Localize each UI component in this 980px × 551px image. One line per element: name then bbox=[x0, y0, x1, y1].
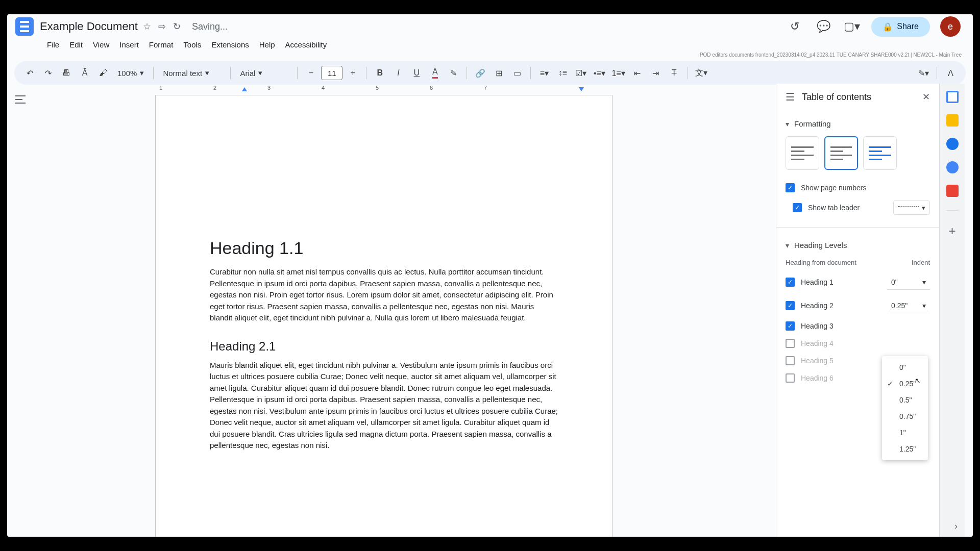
tab-leader-style-select[interactable]: ▾ bbox=[893, 201, 930, 215]
indent-select[interactable]: 0"▾ bbox=[887, 274, 930, 290]
indent-option[interactable]: 0" bbox=[882, 359, 928, 375]
body-paragraph[interactable]: Curabitur non nulla sit amet nisl tempus… bbox=[210, 266, 558, 324]
comments-icon[interactable]: 💬 bbox=[814, 17, 832, 36]
lock-icon: 🔒 bbox=[883, 22, 893, 32]
bulleted-list-icon[interactable]: •≡▾ bbox=[591, 65, 607, 81]
toc-style-plain[interactable] bbox=[786, 136, 819, 170]
decrease-indent-icon[interactable]: ⇤ bbox=[629, 65, 646, 81]
link-icon[interactable]: 🔗 bbox=[472, 65, 488, 81]
body-paragraph[interactable]: Mauris blandit aliquet elit, eget tincid… bbox=[210, 360, 558, 452]
path-line: POD editors documents frontend_20230314 … bbox=[7, 52, 973, 59]
svg-rect-0 bbox=[15, 95, 26, 96]
doc-title[interactable]: Example Document bbox=[40, 20, 138, 33]
menu-extensions[interactable]: Extensions bbox=[207, 38, 253, 51]
indent-dropdown-menu: 0"0.25"0.5"0.75"1"1.25" bbox=[882, 356, 928, 460]
font-select[interactable]: Arial▾ bbox=[236, 65, 292, 81]
indent-option[interactable]: 0.5" bbox=[882, 392, 928, 408]
editing-mode-icon[interactable]: ✎▾ bbox=[915, 65, 932, 81]
indent-option[interactable]: 1.25" bbox=[882, 441, 928, 457]
right-indent-marker[interactable] bbox=[579, 87, 584, 91]
ruler-tick: 6 bbox=[430, 85, 433, 91]
close-icon[interactable]: ✕ bbox=[922, 91, 930, 103]
meet-icon[interactable]: ▢▾ bbox=[843, 17, 861, 36]
menu-tools[interactable]: Tools bbox=[179, 38, 205, 51]
get-addons-icon[interactable]: + bbox=[948, 224, 955, 238]
show-outline-icon[interactable] bbox=[12, 91, 29, 108]
first-line-indent-marker[interactable] bbox=[242, 87, 247, 91]
print-icon[interactable]: 🖶 bbox=[58, 65, 75, 81]
heading-level-label: Heading 3 bbox=[801, 322, 930, 330]
heading-1[interactable]: Heading 1.1 bbox=[210, 238, 558, 258]
toc-style-dotted[interactable] bbox=[824, 136, 858, 170]
menu-file[interactable]: File bbox=[43, 38, 63, 51]
maps-app-icon[interactable] bbox=[946, 185, 959, 197]
keep-app-icon[interactable] bbox=[946, 114, 959, 127]
menu-edit[interactable]: Edit bbox=[65, 38, 87, 51]
contacts-app-icon[interactable] bbox=[946, 161, 959, 173]
ruler-tick: 5 bbox=[376, 85, 379, 91]
checklist-icon[interactable]: ☑▾ bbox=[573, 65, 589, 81]
share-button[interactable]: 🔒 Share bbox=[871, 17, 930, 37]
show-tab-leader-checkbox[interactable]: ✓ Show tab leader ▾ bbox=[786, 196, 930, 219]
avatar[interactable]: e bbox=[940, 16, 961, 37]
chevron-down-icon: ▾ bbox=[786, 241, 789, 249]
heading-from-doc-label: Heading from document bbox=[786, 259, 856, 266]
bold-icon[interactable]: B bbox=[372, 65, 388, 81]
history-icon[interactable]: ↺ bbox=[786, 17, 804, 36]
indent-select[interactable]: 0.25"▾ bbox=[887, 298, 930, 313]
expand-rail-icon[interactable]: › bbox=[954, 521, 958, 532]
italic-icon[interactable]: I bbox=[390, 65, 406, 81]
chevron-down-icon: ▾ bbox=[786, 120, 789, 128]
indent-option[interactable]: 0.75" bbox=[882, 408, 928, 424]
menu-help[interactable]: Help bbox=[255, 38, 279, 51]
image-icon[interactable]: ▭ bbox=[509, 65, 525, 81]
star-icon[interactable]: ☆ bbox=[143, 21, 151, 32]
text-color-icon[interactable]: A bbox=[427, 65, 443, 81]
indent-option[interactable]: 1" bbox=[882, 424, 928, 441]
heading-level-checkbox[interactable]: ✓ bbox=[786, 301, 795, 310]
heading-level-checkbox bbox=[786, 339, 795, 348]
numbered-list-icon[interactable]: 1≡▾ bbox=[609, 65, 627, 81]
menu-accessibility[interactable]: Accessibility bbox=[281, 38, 331, 51]
redo-icon[interactable]: ↷ bbox=[40, 65, 56, 81]
heading-level-checkbox[interactable]: ✓ bbox=[786, 321, 795, 331]
increase-indent-icon[interactable]: ⇥ bbox=[648, 65, 664, 81]
docs-icon[interactable] bbox=[15, 17, 34, 36]
toolbar: ↶ ↷ 🖶 Ă 🖌 100%▾ Normal text▾ Arial▾ − + … bbox=[14, 61, 966, 85]
heading-2[interactable]: Heading 2.1 bbox=[210, 339, 558, 354]
align-icon[interactable]: ≡▾ bbox=[536, 65, 552, 81]
input-tools-icon[interactable]: 文▾ bbox=[693, 65, 709, 81]
line-spacing-icon[interactable]: ↕≡ bbox=[554, 65, 571, 81]
heading-level-row: ✓Heading 3 bbox=[786, 317, 930, 335]
formatting-section-toggle[interactable]: ▾ Formatting bbox=[786, 114, 930, 133]
calendar-app-icon[interactable] bbox=[946, 91, 959, 103]
undo-icon[interactable]: ↶ bbox=[21, 65, 38, 81]
paint-format-icon[interactable]: 🖌 bbox=[95, 65, 111, 81]
add-comment-icon[interactable]: ⊞ bbox=[491, 65, 507, 81]
document-page[interactable]: Heading 1.1 Curabitur non nulla sit amet… bbox=[155, 95, 612, 537]
highlight-icon[interactable]: ✎ bbox=[445, 65, 461, 81]
spellcheck-icon[interactable]: Ă bbox=[77, 65, 93, 81]
menu-insert[interactable]: Insert bbox=[115, 38, 143, 51]
heading-levels-section-toggle[interactable]: ▾ Heading Levels bbox=[786, 236, 930, 255]
tasks-app-icon[interactable] bbox=[946, 138, 959, 150]
underline-icon[interactable]: U bbox=[408, 65, 425, 81]
indent-option[interactable]: 0.25" bbox=[882, 375, 928, 392]
toc-style-links[interactable] bbox=[863, 136, 897, 170]
cloud-icon[interactable]: ↻ bbox=[173, 21, 181, 32]
move-icon[interactable]: ⇨ bbox=[158, 21, 166, 32]
collapse-toolbar-icon[interactable]: ᐱ bbox=[942, 65, 959, 81]
panel-title: Table of contents bbox=[802, 92, 915, 103]
increase-font-icon[interactable]: + bbox=[345, 65, 361, 81]
show-page-numbers-checkbox[interactable]: ✓ Show page numbers bbox=[786, 179, 930, 196]
clear-format-icon[interactable]: T bbox=[666, 65, 682, 81]
paragraph-style-select[interactable]: Normal text▾ bbox=[159, 65, 225, 81]
decrease-font-icon[interactable]: − bbox=[303, 65, 319, 81]
heading-level-row: Heading 4 bbox=[786, 335, 930, 352]
heading-level-label: Heading 4 bbox=[801, 339, 930, 347]
font-size-input[interactable] bbox=[321, 66, 342, 80]
menu-format[interactable]: Format bbox=[145, 38, 178, 51]
menu-view[interactable]: View bbox=[89, 38, 113, 51]
heading-level-checkbox[interactable]: ✓ bbox=[786, 278, 795, 287]
zoom-select[interactable]: 100%▾ bbox=[113, 65, 148, 81]
